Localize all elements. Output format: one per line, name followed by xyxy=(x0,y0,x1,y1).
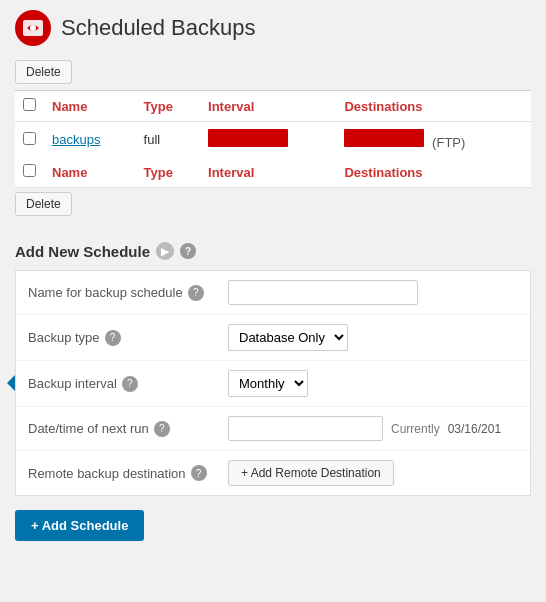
logo-icon xyxy=(15,10,51,46)
col-footer-type: Type xyxy=(136,157,201,188)
currently-value: 03/16/201 xyxy=(448,422,501,436)
add-new-schedule-title: Add New Schedule ▶ ? xyxy=(15,242,531,260)
page-title: Scheduled Backups xyxy=(61,15,255,41)
select-all-checkbox-top[interactable] xyxy=(23,98,36,111)
add-remote-destination-button[interactable]: + Add Remote Destination xyxy=(228,460,394,486)
help-icon-remote[interactable]: ? xyxy=(191,465,207,481)
name-input[interactable] xyxy=(228,280,418,305)
interval-select[interactable]: Monthly Weekly Daily Hourly xyxy=(228,370,308,397)
col-header-destinations: Destinations xyxy=(336,91,531,122)
form-row-type: Backup type ? Database Only Full Backup xyxy=(16,315,530,361)
form-row-remote: Remote backup destination ? + Add Remote… xyxy=(16,451,530,495)
page-header: Scheduled Backups xyxy=(15,10,531,46)
svg-point-2 xyxy=(30,25,36,31)
type-label: Backup type xyxy=(28,330,100,345)
interval-bar xyxy=(208,129,288,147)
delete-button-top[interactable]: Delete xyxy=(15,60,72,84)
col-header-interval: Interval xyxy=(200,91,336,122)
form-row-datetime: Date/time of next run ? 03/17/2012 03:44… xyxy=(16,407,530,451)
type-select[interactable]: Database Only Full Backup xyxy=(228,324,348,351)
help-icon-type[interactable]: ? xyxy=(105,330,121,346)
col-header-name: Name xyxy=(44,91,136,122)
col-header-type: Type xyxy=(136,91,201,122)
backup-type: full xyxy=(136,122,201,158)
help-icon-interval[interactable]: ? xyxy=(122,376,138,392)
section-title-text: Add New Schedule xyxy=(15,243,150,260)
help-icon-name[interactable]: ? xyxy=(188,285,204,301)
col-footer-destinations: Destinations xyxy=(336,157,531,188)
add-schedule-form: Name for backup schedule ? Backup type ?… xyxy=(15,270,531,496)
backup-name-link[interactable]: backups xyxy=(52,132,100,147)
play-icon[interactable]: ▶ xyxy=(156,242,174,260)
add-schedule-button[interactable]: + Add Schedule xyxy=(15,510,144,541)
interval-label: Backup interval xyxy=(28,376,117,391)
form-row-interval: Backup interval ? Monthly Weekly Daily H… xyxy=(16,361,530,407)
help-icon-datetime[interactable]: ? xyxy=(154,421,170,437)
form-row-name: Name for backup schedule ? xyxy=(16,271,530,315)
remote-label: Remote backup destination xyxy=(28,466,186,481)
name-label: Name for backup schedule xyxy=(28,285,183,300)
select-all-checkbox-bottom[interactable] xyxy=(23,164,36,177)
destination-ftp-label: (FTP) xyxy=(432,135,465,150)
destination-bar xyxy=(344,129,424,147)
datetime-input[interactable]: 03/17/2012 03:44 am xyxy=(228,416,383,441)
table-row: backups full (FTP) xyxy=(15,122,531,158)
col-footer-name: Name xyxy=(44,157,136,188)
row-checkbox[interactable] xyxy=(23,132,36,145)
currently-label: Currently xyxy=(391,422,440,436)
schedules-table: Name Type Interval Destinations backups … xyxy=(15,90,531,188)
help-icon-title[interactable]: ? xyxy=(180,243,196,259)
datetime-label: Date/time of next run xyxy=(28,421,149,436)
left-arrow-indicator xyxy=(7,375,15,391)
delete-button-bottom[interactable]: Delete xyxy=(15,192,72,216)
col-footer-interval: Interval xyxy=(200,157,336,188)
